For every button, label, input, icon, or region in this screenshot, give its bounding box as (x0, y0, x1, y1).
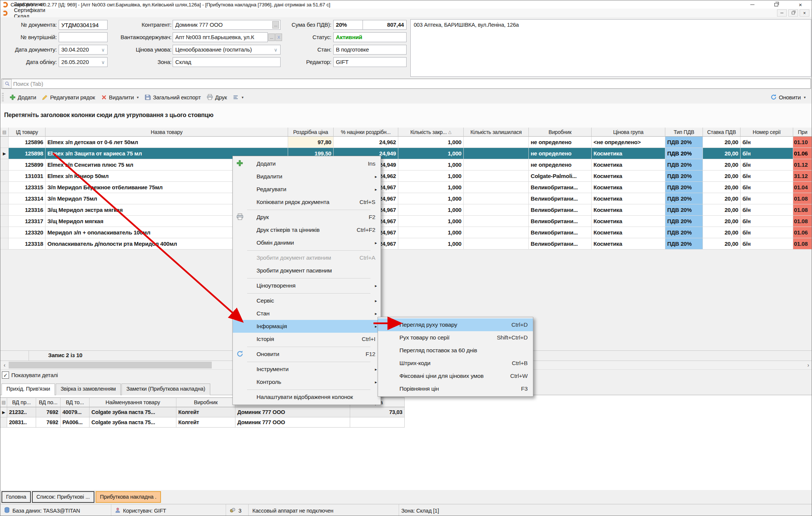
detail-cell[interactable]: 40079... (61, 407, 90, 417)
detail-cell[interactable]: Колгейт (176, 417, 235, 428)
cell[interactable]: Косметика (592, 193, 665, 204)
cell[interactable] (464, 137, 529, 148)
context-menu-item-Видалити[interactable]: Видалити▸ (233, 170, 381, 183)
info-submenu-item-Фіксовані ціни для цінових умов[interactable]: Фіксовані ціни для цінових умовCtrl+W (378, 370, 533, 382)
window-tab-2[interactable]: Прибуткова накладна . (96, 491, 161, 503)
cell[interactable]: 1,000 (398, 137, 464, 148)
cell[interactable]: ПДВ 20% (665, 204, 703, 216)
cell[interactable]: 123315 (9, 182, 46, 193)
info-submenu-item-Перегляд поставок за 60 днів[interactable]: Перегляд поставок за 60 днів (378, 344, 533, 357)
mdi-close-button[interactable]: × (800, 9, 809, 17)
cell[interactable]: Великобритани... (529, 238, 592, 250)
table-row-125896[interactable]: 125896Elmex з/п детская от 0-6 лет 50мл9… (0, 137, 812, 148)
cell[interactable]: б/н (741, 193, 793, 204)
cell[interactable]: 20,00 (703, 238, 741, 250)
mdi-restore-button[interactable] (788, 9, 798, 17)
detail-cell[interactable] (350, 417, 405, 428)
context-menu-item-Друк стікерів та цінників[interactable]: Друк стікерів та цінниківCtrl+F2 (233, 224, 381, 236)
table-row-123314[interactable]: 123314З/п Меридол 75мл24,9671,000Великоб… (0, 193, 812, 204)
cell[interactable]: 20,00 (703, 137, 741, 148)
cell[interactable]: ПДВ 20% (665, 193, 703, 204)
cell[interactable]: б/н (741, 204, 793, 216)
cell[interactable]: ПДВ 20% (665, 170, 703, 182)
cell[interactable]: Косметика (592, 227, 665, 238)
column-header-9[interactable]: Ставка ПДВ (703, 128, 741, 137)
edit-row-button[interactable]: Редагувати рядок (39, 93, 98, 102)
cell[interactable]: Великобритани... (529, 204, 592, 216)
cell[interactable]: 125896 (9, 137, 46, 148)
cell[interactable]: Великобритани... (529, 227, 592, 238)
cell[interactable]: 20,00 (703, 216, 741, 227)
detail-cell[interactable]: Colgate зубна паста 75... (90, 407, 176, 417)
cell[interactable]: 123317 (9, 216, 46, 227)
cell[interactable]: 125899 (9, 159, 46, 170)
cell[interactable]: 01.06 (793, 227, 812, 238)
context-menu-item-Контроль[interactable]: Контроль▸ (233, 376, 381, 388)
cell[interactable]: 1,000 (398, 238, 464, 250)
detail-cell[interactable]: 21232.. (7, 407, 36, 417)
context-menu-item-Копіювати рядок документа[interactable]: Копіювати рядок документаCtrl+S (233, 196, 381, 209)
cell[interactable] (464, 204, 529, 216)
cell[interactable]: Colgate-Palmoli... (529, 170, 592, 182)
context-menu-item-Друк[interactable]: ДрукF2 (233, 211, 381, 224)
table-row-125898[interactable]: ▸125898Elmex з/п Защита от кариеса 75 мл… (0, 148, 812, 159)
price-cond-select[interactable]: Ценообразование (госпиталь) (173, 45, 281, 55)
context-menu-item-Редагувати[interactable]: Редагувати▸ (233, 183, 381, 196)
print-button[interactable]: Друк (204, 93, 230, 102)
column-header-8[interactable]: Тип ПДВ (665, 128, 703, 137)
cell[interactable]: 20,00 (703, 204, 741, 216)
delete-row-button[interactable]: Видалити▾ (98, 93, 142, 102)
scrollbar-thumb[interactable] (9, 362, 212, 368)
cell[interactable]: 20,00 (703, 182, 741, 193)
cell[interactable]: Косметика (592, 182, 665, 193)
table-row-123315[interactable]: 123315З/п Меридол Бережное отбеливание 7… (0, 182, 812, 193)
context-menu-item-Додати[interactable]: ДодатиIns (233, 157, 381, 170)
scroll-left-icon[interactable]: ‹ (0, 361, 9, 369)
detail-cell[interactable]: Колгейт (176, 407, 235, 417)
context-menu-item-Інформація[interactable]: Інформація▸ (233, 320, 381, 333)
cell[interactable]: Косметика (592, 238, 665, 250)
cell[interactable]: 31.12 (793, 170, 812, 182)
table-row-131031[interactable]: 131031Elmex з/п Юниор 50мл24,9621,000Col… (0, 170, 812, 182)
cell[interactable]: 123314 (9, 193, 46, 204)
cell[interactable]: 20,00 (703, 170, 741, 182)
detail-cell[interactable]: 73,03 (350, 407, 405, 417)
detail-row-0[interactable]: ▶21232..769240079...Colgate зубна паста … (0, 407, 405, 417)
price-cond-caret-icon[interactable]: ∨ (272, 45, 280, 55)
mdi-minimize-button[interactable] (777, 9, 787, 17)
cell[interactable]: б/н (741, 238, 793, 250)
table-row-123318[interactable]: 123318Ополаскиватель д/полости рта Мерид… (0, 238, 812, 250)
cell[interactable] (464, 216, 529, 227)
cell[interactable]: 1,000 (398, 193, 464, 204)
cell[interactable]: 97,80 (288, 137, 334, 148)
cell[interactable]: ПДВ 20% (665, 148, 703, 159)
column-header-11[interactable]: При (793, 128, 812, 137)
cell[interactable]: Великобритани... (529, 216, 592, 227)
cell[interactable]: 01.08 (793, 193, 812, 204)
doc-date-caret-icon[interactable]: ∨ (99, 45, 107, 55)
context-menu-item-Сервіс[interactable]: Сервіс▸ (233, 294, 381, 307)
context-menu-item-Зробити документ пасивним[interactable]: Зробити документ пасивним (233, 264, 381, 277)
cell[interactable]: 01.10 (793, 137, 812, 148)
export-button[interactable]: Загальний експорт (142, 93, 204, 102)
column-header-4[interactable]: Кількість закр...△ (398, 128, 464, 137)
acc-date-caret-icon[interactable]: ∨ (99, 57, 107, 67)
column-header-10[interactable]: Номер серії (741, 128, 793, 137)
cell[interactable]: ПДВ 20% (665, 238, 703, 250)
table-row-125899[interactable]: 125899Elmex з/п Сенситив плюс 75 мл24,94… (0, 159, 812, 170)
cell[interactable]: ПДВ 20% (665, 182, 703, 193)
menubar-item-Сертифікати[interactable]: Сертифікати (10, 7, 55, 13)
detail-column-header-1[interactable]: ВД по... (36, 397, 61, 407)
detail-column-header-0[interactable]: ВД пр... (7, 397, 36, 407)
cell[interactable]: <не определено> (592, 137, 665, 148)
cell[interactable]: 1,000 (398, 148, 464, 159)
cell[interactable]: б/н (741, 170, 793, 182)
detail-cell[interactable]: Colgate зубна паста 75... (90, 417, 176, 428)
cell[interactable]: 1,000 (398, 227, 464, 238)
context-menu-item-Ціноутворення[interactable]: Ціноутворення▸ (233, 279, 381, 292)
cell[interactable]: 1,000 (398, 170, 464, 182)
column-header-6[interactable]: Виробник (529, 128, 592, 137)
consignee-field[interactable]: Апт №003 пгт.Барышевка, ул.К (173, 32, 268, 42)
context-menu-item-Стан[interactable]: Стан▸ (233, 307, 381, 320)
cell[interactable]: б/н (741, 148, 793, 159)
